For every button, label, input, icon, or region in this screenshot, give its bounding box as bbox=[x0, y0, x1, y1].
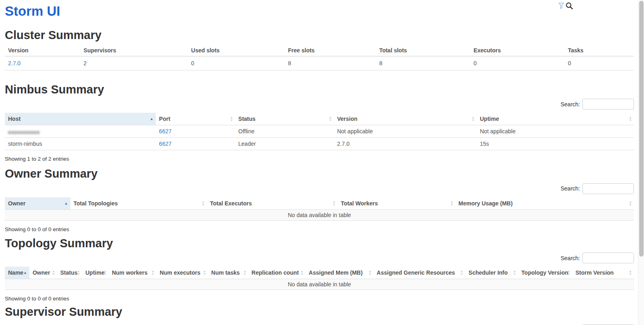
executors-value: 0 bbox=[471, 56, 565, 70]
port-link[interactable]: 6627 bbox=[159, 141, 171, 147]
column-header-status[interactable]: Status ▲▼ bbox=[57, 267, 83, 279]
cluster-summary-heading: Cluster Summary bbox=[5, 29, 634, 41]
host-value: storm-nimbus bbox=[5, 138, 156, 150]
column-header-label: Uptime bbox=[85, 269, 104, 276]
sort-icon: ▲▼ bbox=[567, 270, 570, 275]
owner-header-row: Owner ▲ Total Topologies ▲▼ Total Execut… bbox=[5, 197, 634, 210]
sort-icon: ▲▼ bbox=[513, 270, 516, 275]
column-header-scheduler-info[interactable]: Scheduler Info ▲▼ bbox=[465, 267, 518, 279]
sort-icon: ▲▼ bbox=[450, 201, 453, 206]
sort-icon: ▲▼ bbox=[329, 116, 332, 122]
sort-ascending-icon: ▲ bbox=[150, 117, 153, 121]
column-header-label: Owner bbox=[8, 200, 26, 207]
sort-icon: ▲▼ bbox=[202, 201, 204, 206]
nimbus-search-row: Search: bbox=[5, 99, 634, 110]
sort-icon: ▲▼ bbox=[151, 270, 154, 275]
column-header-storm-version[interactable]: Storm Version ▲▼ bbox=[572, 267, 634, 279]
uptime-value: 15s bbox=[477, 138, 634, 150]
column-header-label: Topology Version bbox=[521, 269, 568, 276]
port-link[interactable]: 6627 bbox=[159, 128, 171, 135]
sort-icon: ▲▼ bbox=[243, 270, 246, 275]
column-header-label: Num tasks bbox=[211, 269, 240, 276]
column-header-executors: Executors bbox=[471, 45, 565, 56]
topology-empty-row: No data available in table bbox=[5, 279, 634, 290]
topology-entries-info: Showing 0 to 0 of 0 entries bbox=[5, 296, 634, 302]
topology-summary-table: Name ▲ Owner ▲▼ Status ▲▼ Uptime ▲▼ Num … bbox=[5, 267, 634, 290]
column-header-used-slots: Used slots bbox=[188, 45, 285, 56]
sort-icon: ▲▼ bbox=[629, 116, 632, 122]
column-header-label: Port bbox=[159, 116, 170, 122]
column-header-label: Assigned Mem (MB) bbox=[309, 269, 363, 276]
owner-search-input[interactable] bbox=[582, 183, 634, 194]
column-header-total-executors[interactable]: Total Executors ▲▼ bbox=[207, 197, 338, 210]
column-header-topology-version[interactable]: Topology Version ▲▼ bbox=[518, 267, 572, 279]
page-title[interactable]: Storm UI bbox=[5, 4, 634, 19]
filter-funnel-icon[interactable] bbox=[558, 2, 564, 9]
nimbus-summary-table: Host ▲ Port ▲▼ Status ▲▼ Version ▲▼ Upti… bbox=[5, 113, 634, 150]
column-header-assigned-generic-resources[interactable]: Assigned Generic Resources ▲▼ bbox=[374, 267, 465, 279]
topology-search-input[interactable] bbox=[582, 253, 634, 263]
column-header-label: Host bbox=[8, 116, 21, 122]
topology-header-row: Name ▲ Owner ▲▼ Status ▲▼ Uptime ▲▼ Num … bbox=[5, 267, 634, 279]
sort-ascending-icon: ▲ bbox=[64, 201, 68, 205]
search-label: Search: bbox=[561, 185, 580, 192]
column-header-owner[interactable]: Owner ▲ bbox=[5, 197, 70, 210]
column-header-replication-count[interactable]: Replication count ▲▼ bbox=[248, 267, 305, 279]
column-header-memory-usage[interactable]: Memory Usage (MB) ▲▼ bbox=[455, 197, 634, 210]
column-header-label: Num executors bbox=[160, 269, 200, 276]
column-header-uptime[interactable]: Uptime ▲▼ bbox=[82, 267, 109, 279]
sort-icon: ▲▼ bbox=[103, 270, 106, 275]
column-header-total-workers[interactable]: Total Workers ▲▼ bbox=[338, 197, 455, 210]
column-header-label: Total Topologies bbox=[74, 200, 118, 207]
vertical-scrollbar bbox=[638, 0, 644, 325]
column-header-total-topologies[interactable]: Total Topologies ▲▼ bbox=[70, 197, 207, 210]
cluster-summary-row: 2.7.0 2 0 8 8 0 0 bbox=[5, 56, 634, 70]
nimbus-header-row: Host ▲ Port ▲▼ Status ▲▼ Version ▲▼ Upti… bbox=[5, 113, 634, 125]
column-header-version: Version bbox=[5, 45, 80, 56]
column-header-assigned-mem[interactable]: Assigned Mem (MB) ▲▼ bbox=[305, 267, 374, 279]
column-header-label: Uptime bbox=[480, 116, 499, 122]
redacted-host-value: ▆▆▆▆▆▆▆▆▆▆ bbox=[8, 130, 40, 134]
version-value: Not applicable bbox=[334, 125, 477, 138]
owner-summary-table: Owner ▲ Total Topologies ▲▼ Total Execut… bbox=[5, 197, 634, 221]
version-value: 2.7.0 bbox=[334, 138, 477, 150]
column-header-num-workers[interactable]: Num workers ▲▼ bbox=[109, 267, 157, 279]
sort-icon: ▲▼ bbox=[332, 201, 335, 206]
topbar-icons bbox=[558, 2, 573, 10]
column-header-label: Replication count bbox=[252, 269, 299, 276]
total-slots-value: 8 bbox=[376, 56, 470, 70]
nimbus-search-input[interactable] bbox=[582, 99, 634, 110]
column-header-status[interactable]: Status ▲▼ bbox=[235, 113, 334, 125]
column-header-name[interactable]: Name ▲ bbox=[5, 267, 29, 279]
cluster-summary-header-row: Version Supervisors Used slots Free slot… bbox=[5, 45, 634, 56]
status-value: Offline bbox=[235, 125, 334, 138]
search-label: Search: bbox=[561, 101, 580, 108]
column-header-owner[interactable]: Owner ▲▼ bbox=[29, 267, 57, 279]
used-slots-value: 0 bbox=[188, 56, 285, 70]
empty-table-message: No data available in table bbox=[5, 279, 634, 290]
column-header-num-executors[interactable]: Num executors ▲▼ bbox=[157, 267, 208, 279]
nimbus-row: ▆▆▆▆▆▆▆▆▆▆ 6627 Offline Not applicable N… bbox=[5, 125, 634, 138]
sort-icon: ▲▼ bbox=[77, 270, 80, 275]
column-header-uptime[interactable]: Uptime ▲▼ bbox=[477, 113, 634, 125]
search-magnifier-icon[interactable] bbox=[566, 2, 573, 10]
column-header-version[interactable]: Version ▲▼ bbox=[334, 113, 477, 125]
column-header-label: Name bbox=[8, 269, 23, 276]
column-header-port[interactable]: Port ▲▼ bbox=[156, 113, 235, 125]
topology-summary-heading: Topology Summary bbox=[5, 237, 634, 249]
uptime-value: Not applicable bbox=[477, 125, 634, 138]
column-header-label: Version bbox=[337, 116, 357, 122]
status-value: Leader bbox=[235, 138, 334, 150]
nimbus-summary-heading: Nimbus Summary bbox=[5, 83, 634, 95]
column-header-supervisors: Supervisors bbox=[80, 45, 188, 56]
version-link[interactable]: 2.7.0 bbox=[8, 60, 21, 66]
scrollbar-thumb[interactable] bbox=[639, 1, 644, 257]
column-header-label: Status bbox=[238, 116, 256, 122]
supervisor-summary-heading: Supervisor Summary bbox=[5, 306, 634, 318]
sort-icon: ▲▼ bbox=[368, 270, 371, 275]
column-header-total-slots: Total slots bbox=[376, 45, 470, 56]
sort-icon: ▲▼ bbox=[629, 201, 632, 206]
sort-icon: ▲▼ bbox=[203, 270, 206, 275]
column-header-num-tasks[interactable]: Num tasks ▲▼ bbox=[208, 267, 248, 279]
column-header-host[interactable]: Host ▲ bbox=[5, 113, 156, 125]
